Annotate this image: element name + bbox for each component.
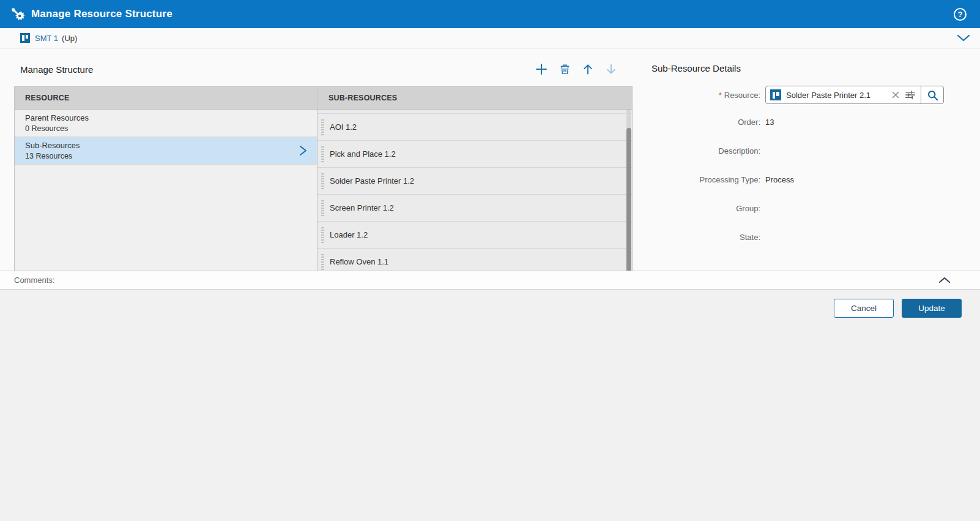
resource-row-count: 0 Resources (25, 124, 308, 134)
sub-resource-label: AOI 1.2 (330, 122, 357, 132)
sub-resource-row[interactable]: Solder Paste Printer 1.2 (317, 168, 632, 195)
resource-field: *Resource: Solder Paste Printer 2.1 (651, 82, 968, 108)
order-field-value: 13 (765, 118, 774, 127)
help-icon[interactable]: ? (954, 8, 967, 21)
resource-row-list: Parent Resources 0 Resources Sub-Resourc… (15, 110, 317, 165)
required-marker: * (719, 91, 722, 100)
sub-resources-list: AOI 1.2 Pic (317, 110, 632, 271)
resource-icon (770, 89, 781, 100)
sub-resource-row[interactable]: Reflow Oven 1.1 (317, 249, 632, 271)
resource-entity-picker[interactable]: Solder Paste Printer 2.1 (765, 86, 944, 104)
state-field: State: (651, 223, 968, 252)
clear-x-icon[interactable] (889, 91, 902, 99)
description-field-label: Description: (651, 146, 760, 156)
sub-resource-label: Pick and Place 1.2 (330, 149, 396, 159)
processing-type-field-value: Process (765, 175, 794, 184)
details-fields: *Resource: Solder Paste Printer 2.1 (651, 82, 968, 252)
sub-resource-row[interactable]: Pick and Place 1.2 (317, 141, 632, 168)
resource-row-title: Sub-Resources (25, 141, 308, 151)
sub-resource-label: Reflow Oven 1.1 (330, 257, 388, 266)
partially-scrolled-row[interactable] (317, 110, 632, 114)
sub-resource-label: Loader 1.2 (330, 230, 368, 239)
description-field: Description: (651, 137, 968, 165)
sub-resource-row[interactable]: Screen Printer 1.2 (317, 195, 632, 222)
sub-resource-rows: AOI 1.2 Pic (317, 114, 632, 271)
drag-handle-icon[interactable] (321, 119, 324, 135)
search-magnifier-icon[interactable] (921, 86, 943, 103)
resource-field-label: *Resource: (651, 91, 760, 100)
resource-row-count: 13 Resources (25, 152, 308, 162)
breadcrumb-direction-label: (Up) (62, 34, 77, 43)
group-field-label: Group: (651, 204, 760, 213)
group-field: Group: (651, 194, 968, 223)
scrollbar-thumb[interactable] (626, 128, 631, 271)
resource-icon (20, 33, 30, 43)
order-field-label: Order: (651, 118, 760, 127)
sub-resource-row[interactable]: Loader 1.2 (317, 222, 632, 249)
drag-handle-icon[interactable] (321, 227, 324, 243)
action-footer: Cancel Update (0, 290, 980, 521)
sub-resources-column: SUB-RESOURCES AOI 1.2 (317, 87, 632, 271)
breadcrumb: SMT 1 (Up) (0, 28, 980, 48)
resource-column-header: RESOURCE (15, 87, 317, 110)
sub-resource-label: Screen Printer 1.2 (330, 203, 394, 212)
manage-structure-section: Manage Structure (14, 48, 633, 271)
processing-type-field-label: Processing Type: (651, 175, 760, 184)
chevron-up-icon[interactable] (938, 277, 951, 283)
section-title: Manage Structure (20, 64, 93, 75)
resource-column-empty-area (15, 165, 317, 271)
resource-picker-value: Solder Paste Printer 2.1 (786, 91, 889, 100)
processing-type-field: Processing Type: Process (651, 165, 968, 194)
gear-wrench-icon (10, 7, 25, 21)
main-content: Manage Structure (0, 48, 980, 271)
move-up-arrow-icon[interactable] (581, 62, 595, 76)
breadcrumb-resource-link[interactable]: SMT 1 (35, 34, 58, 43)
sub-resources-column-header: SUB-RESOURCES (317, 87, 632, 110)
update-button[interactable]: Update (902, 299, 962, 318)
resource-row[interactable]: Sub-Resources 13 Resources (15, 137, 317, 165)
sub-resource-details-panel: Sub-Resource Details *Resource: Solder P… (633, 48, 980, 271)
chevron-down-icon[interactable] (957, 34, 970, 42)
cancel-button[interactable]: Cancel (834, 299, 894, 318)
manage-structure-header: Manage Structure (14, 48, 633, 86)
resource-row[interactable]: Parent Resources 0 Resources (15, 110, 317, 137)
order-field: Order: 13 (651, 108, 968, 137)
manage-resource-structure-window: Manage Resource Structure ? SMT 1 (Up) M… (0, 0, 980, 521)
resource-row-title: Parent Resources (25, 113, 308, 123)
drag-handle-icon[interactable] (321, 254, 324, 270)
sub-resource-label: Solder Paste Printer 1.2 (330, 176, 414, 186)
structure-table: RESOURCE Parent Resources 0 Resources (14, 86, 633, 271)
move-down-arrow-icon[interactable] (604, 62, 618, 76)
state-field-label: State: (651, 233, 760, 242)
drag-handle-icon[interactable] (321, 173, 324, 189)
sub-resource-row[interactable]: AOI 1.2 (317, 114, 632, 141)
vertical-scrollbar[interactable] (626, 110, 631, 271)
resource-column: RESOURCE Parent Resources 0 Resources (15, 87, 317, 271)
details-title: Sub-Resource Details (651, 63, 968, 73)
drag-handle-icon[interactable] (321, 200, 324, 216)
chevron-right-icon (299, 145, 307, 156)
structure-toolbar (535, 62, 618, 76)
delete-trash-icon[interactable] (558, 62, 571, 76)
title-bar: Manage Resource Structure ? (0, 0, 980, 28)
comments-label: Comments: (14, 275, 54, 285)
page-title: Manage Resource Structure (31, 8, 173, 20)
comments-bar: Comments: (0, 271, 980, 290)
add-icon[interactable] (535, 62, 548, 76)
drag-handle-icon[interactable] (321, 146, 324, 162)
filter-sliders-icon[interactable] (902, 90, 918, 100)
